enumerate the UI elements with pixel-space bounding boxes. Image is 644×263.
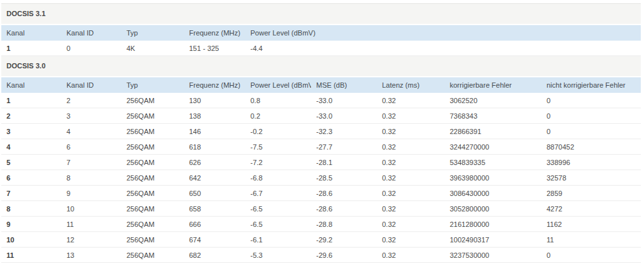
cell: 3244270000	[445, 139, 541, 155]
cell: 338996	[541, 155, 641, 170]
cell: 256QAM	[121, 248, 184, 263]
cell: 0.32	[377, 232, 445, 248]
column-header: Typ	[121, 77, 184, 93]
cell: -6.5	[245, 201, 311, 217]
cell: 130	[184, 93, 245, 108]
cell: 256QAM	[121, 217, 184, 232]
cell: 256QAM	[121, 170, 184, 186]
cell: 22866391	[445, 124, 541, 139]
table-header: KanalKanal IDTypFrequenz (MHz)Power Leve…	[1, 77, 641, 93]
cell: -28.8	[311, 217, 377, 232]
row-header-cell: 4	[1, 139, 61, 155]
cell: -6.8	[245, 170, 311, 186]
table-row: 79256QAM650-6.7-28.60.3230864300002859	[1, 186, 641, 201]
cell: 256QAM	[121, 139, 184, 155]
cell: 9	[61, 186, 121, 201]
cell: 3963980000	[445, 170, 541, 186]
cell: 13	[61, 248, 121, 263]
column-header: Kanal ID	[61, 25, 121, 41]
table-row: 34256QAM146-0.2-32.30.32228663910	[1, 124, 641, 139]
table-header: KanalKanal IDTypFrequenz (MHz)Power Leve…	[1, 25, 641, 41]
cell: 3237530000	[445, 248, 541, 263]
cell: 0	[61, 41, 121, 56]
column-header: korrigierbare Fehler	[445, 77, 541, 93]
cell: 0.32	[377, 170, 445, 186]
section-title-docsis-30: DOCSIS 3.0	[1, 56, 641, 76]
row-header-cell: 7	[1, 186, 61, 201]
row-header-cell: 5	[1, 155, 61, 170]
column-header: Kanal	[1, 25, 61, 41]
column-header: Latenz (ms)	[377, 77, 445, 93]
table-row: 810256QAM658-6.5-28.60.3230528000004272	[1, 201, 641, 217]
cell: 0.8	[245, 93, 311, 108]
table-row: 12256QAM1300.8-33.00.3230625200	[1, 93, 641, 108]
docsis-31-channel-table: KanalKanal IDTypFrequenz (MHz)Power Leve…	[1, 25, 641, 56]
row-header-cell: 6	[1, 170, 61, 186]
row-header-cell: 11	[1, 248, 61, 263]
cell: -29.6	[311, 248, 377, 263]
cell: -6.7	[245, 186, 311, 201]
row-header-cell: 10	[1, 232, 61, 248]
row-header-cell: 8	[1, 201, 61, 217]
cell: 0.32	[377, 124, 445, 139]
cell: -32.3	[311, 124, 377, 139]
cell: 666	[184, 217, 245, 232]
table-row: 1012256QAM674-6.1-29.20.32100249031711	[1, 232, 641, 248]
cell: 4K	[121, 41, 184, 56]
section-title-docsis-31: DOCSIS 3.1	[1, 3, 641, 24]
row-header-cell: 2	[1, 108, 61, 124]
cell: 256QAM	[121, 186, 184, 201]
row-header-cell: 1	[1, 41, 61, 56]
cell: 151 - 325	[184, 41, 245, 56]
table-row: 46256QAM618-7.5-27.70.323244270000887045…	[1, 139, 641, 155]
column-header: Typ	[121, 25, 184, 41]
cell: 3	[61, 108, 121, 124]
cell: -4.4	[245, 41, 641, 56]
cell: 0.32	[377, 186, 445, 201]
cell: 0.32	[377, 108, 445, 124]
cell: 0	[541, 124, 641, 139]
cell: 11	[541, 232, 641, 248]
cell: 138	[184, 108, 245, 124]
cell: 650	[184, 186, 245, 201]
cell: 3052800000	[445, 201, 541, 217]
cell: -28.6	[311, 201, 377, 217]
cell: 1162	[541, 217, 641, 232]
cell: 2	[61, 93, 121, 108]
cell: -29.2	[311, 232, 377, 248]
cell: 626	[184, 155, 245, 170]
column-header: Kanal	[1, 77, 61, 93]
cell: 256QAM	[121, 93, 184, 108]
cell: -27.7	[311, 139, 377, 155]
cell: 2859	[541, 186, 641, 201]
cell: 256QAM	[121, 201, 184, 217]
cell: 11	[61, 217, 121, 232]
cell: 534839335	[445, 155, 541, 170]
cell: 32578	[541, 170, 641, 186]
row-header-cell: 9	[1, 217, 61, 232]
cell: -33.0	[311, 108, 377, 124]
docsis-31-section: DOCSIS 3.1 KanalKanal IDTypFrequenz (MHz…	[1, 3, 641, 56]
cell: 3086430000	[445, 186, 541, 201]
cell: 10	[61, 201, 121, 217]
cell: 0.32	[377, 201, 445, 217]
cell: -0.2	[245, 124, 311, 139]
cell: 7368343	[445, 108, 541, 124]
cell: 0.32	[377, 217, 445, 232]
cell: -6.1	[245, 232, 311, 248]
cell: 2161280000	[445, 217, 541, 232]
cell: 0.32	[377, 248, 445, 263]
cell: 0.32	[377, 139, 445, 155]
cell: 3062520	[445, 93, 541, 108]
docsis-status-page: DOCSIS 3.1 KanalKanal IDTypFrequenz (MHz…	[1, 3, 641, 263]
table-row: 68256QAM642-6.8-28.50.32396398000032578	[1, 170, 641, 186]
column-header: Frequenz (MHz)	[184, 77, 245, 93]
cell: 146	[184, 124, 245, 139]
cell: 674	[184, 232, 245, 248]
cell: -28.6	[311, 186, 377, 201]
cell: 642	[184, 170, 245, 186]
table-row: 911256QAM666-6.5-28.80.3221612800001162	[1, 217, 641, 232]
column-header: Power Level (dBmV)	[245, 77, 311, 93]
row-header-cell: 3	[1, 124, 61, 139]
cell: 256QAM	[121, 108, 184, 124]
